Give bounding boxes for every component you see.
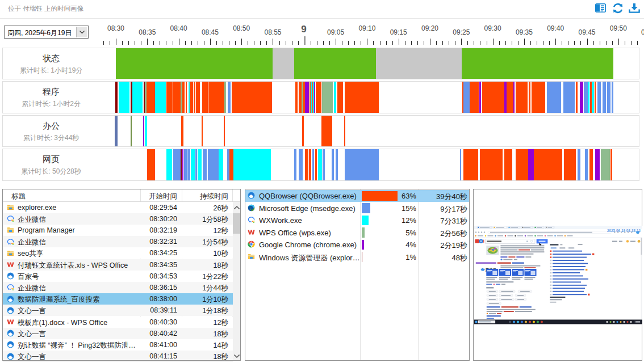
svg-text:2025-06-19 08:38:12: 2025-06-19 08:38:12 — [607, 228, 641, 233]
